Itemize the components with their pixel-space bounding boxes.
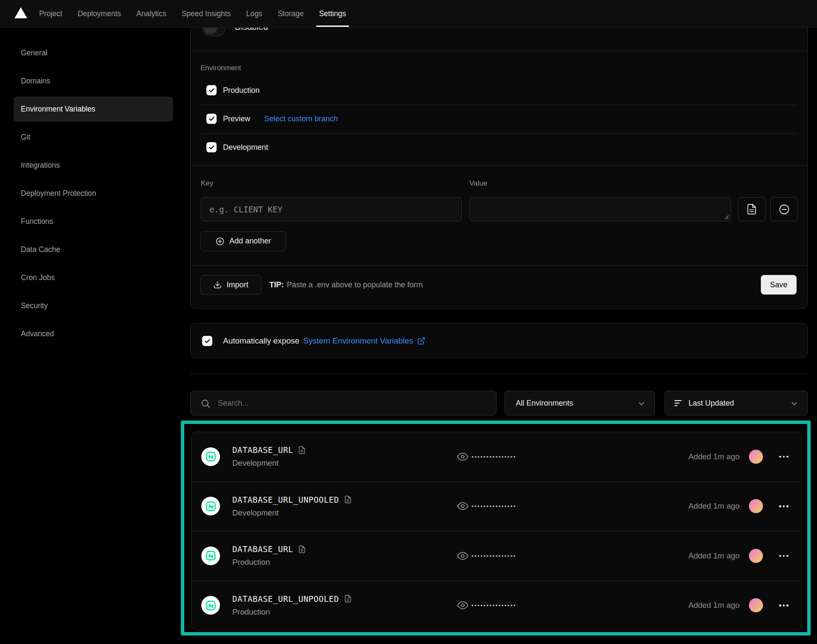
nav-tab-storage[interactable]: Storage <box>277 0 303 28</box>
import-label: Import <box>226 280 248 289</box>
import-tip: TIP: Paste a .env above to populate the … <box>269 275 423 295</box>
sidebar-item-data-cache[interactable]: Data Cache <box>14 237 173 262</box>
tip-label: TIP: <box>269 280 284 289</box>
env-var-row: DATABASE_URL Development •••••••••••••••… <box>191 432 802 481</box>
sidebar-item-security[interactable]: Security <box>14 293 173 318</box>
env-var-name: DATABASE_URL <box>232 544 293 554</box>
top-nav: Project Deployments Analytics Speed Insi… <box>0 0 817 28</box>
masked-value: ••••••••••••••• <box>471 503 517 509</box>
env-var-name-block: DATABASE_URL Production <box>232 531 306 581</box>
sidebar-item-functions[interactable]: Functions <box>14 209 173 234</box>
masked-value: ••••••••••••••• <box>471 552 517 559</box>
nav-tab-analytics[interactable]: Analytics <box>137 0 166 28</box>
sidebar-item-cron-jobs[interactable]: Cron Jobs <box>14 265 173 290</box>
sidebar-item-general[interactable]: General <box>14 40 173 66</box>
chevron-down-icon <box>790 399 799 408</box>
external-link-icon[interactable] <box>417 337 426 345</box>
key-label: Key <box>201 179 213 188</box>
reveal-value-eye-icon[interactable] <box>457 550 468 561</box>
development-label: Development <box>223 143 268 152</box>
env-var-row: DATABASE_URL_UNPOOLED Production •••••••… <box>191 581 802 630</box>
row-actions-menu-button[interactable] <box>776 599 792 612</box>
note-icon <box>344 595 352 603</box>
note-icon <box>344 495 352 504</box>
divider <box>191 165 807 166</box>
env-var-name: DATABASE_URL_UNPOOLED <box>232 495 339 504</box>
nav-tab-logs[interactable]: Logs <box>246 0 262 28</box>
auto-expose-label: Automatically expose <box>223 336 300 346</box>
nav-tab-project[interactable]: Project <box>39 0 62 28</box>
sort-filter-select[interactable]: Last Updated <box>665 391 808 415</box>
neon-integration-icon <box>201 596 220 615</box>
search-input[interactable] <box>218 391 486 415</box>
minus-circle-icon <box>778 203 790 215</box>
env-var-environment: Production <box>232 558 306 567</box>
reveal-value-eye-icon[interactable] <box>457 501 468 512</box>
env-var-environment: Production <box>232 607 352 617</box>
divider <box>191 265 807 266</box>
note-icon <box>298 446 306 454</box>
auto-expose-checkbox[interactable] <box>202 336 212 346</box>
reveal-value-eye-icon[interactable] <box>457 600 468 611</box>
check-icon <box>209 144 215 151</box>
add-another-button[interactable]: Add another <box>200 231 286 251</box>
env-var-row: DATABASE_URL Production ••••••••••••••• … <box>191 531 802 581</box>
remove-row-button[interactable] <box>770 197 798 221</box>
search-icon <box>200 398 211 409</box>
search-input-box[interactable] <box>190 391 497 415</box>
divider <box>201 133 797 134</box>
nav-tab-deployments[interactable]: Deployments <box>77 0 121 28</box>
save-button[interactable]: Save <box>761 275 797 295</box>
download-icon <box>213 280 222 289</box>
note-icon <box>298 545 306 553</box>
reveal-value-eye-icon[interactable] <box>457 451 468 462</box>
auto-expose-text: Automatically expose System Environment … <box>223 323 426 358</box>
sidebar-item-domains[interactable]: Domains <box>14 69 173 94</box>
added-timestamp: Added 1m ago <box>688 501 740 511</box>
row-actions-menu-button[interactable] <box>776 500 792 512</box>
sidebar-item-git[interactable]: Git <box>14 125 173 150</box>
import-button[interactable]: Import <box>200 275 261 295</box>
preview-label: Preview <box>223 114 250 123</box>
avatar <box>749 499 763 513</box>
sidebar-item-integrations[interactable]: Integrations <box>14 153 173 178</box>
settings-sidebar: General Domains Environment Variables Gi… <box>14 40 173 349</box>
env-var-table: DATABASE_URL Development •••••••••••••••… <box>191 432 802 630</box>
paste-env-file-button[interactable] <box>738 197 766 221</box>
preview-checkbox[interactable] <box>206 114 217 124</box>
row-actions-menu-button[interactable] <box>776 550 792 562</box>
teal-highlight-box: DATABASE_URL Development •••••••••••••••… <box>181 421 811 635</box>
page-canvas: Project Deployments Analytics Speed Insi… <box>0 0 817 644</box>
added-timestamp: Added 1m ago <box>688 601 740 610</box>
vercel-logo-icon[interactable] <box>14 7 27 18</box>
sidebar-item-deployment-protection[interactable]: Deployment Protection <box>14 181 173 206</box>
neon-integration-icon <box>201 497 220 515</box>
avatar <box>749 549 763 563</box>
row-actions-menu-button[interactable] <box>776 450 792 463</box>
avatar <box>749 598 763 613</box>
env-var-form-card: Disabled Environment Production Preview … <box>190 0 808 309</box>
sort-icon <box>674 400 683 406</box>
development-checkbox[interactable] <box>206 142 217 152</box>
production-checkbox[interactable] <box>206 85 217 95</box>
added-timestamp: Added 1m ago <box>688 452 740 461</box>
system-env-expose-card: Automatically expose System Environment … <box>190 323 808 358</box>
environment-filter-select[interactable]: All Environments <box>505 391 655 415</box>
added-timestamp: Added 1m ago <box>688 551 740 561</box>
sidebar-item-environment-variables[interactable]: Environment Variables <box>14 97 173 122</box>
key-input[interactable] <box>201 197 462 221</box>
environment-filter-value: All Environments <box>516 399 573 408</box>
tip-text: Paste a .env above to populate the form <box>287 280 423 289</box>
nav-tab-settings[interactable]: Settings <box>319 0 346 28</box>
sidebar-item-advanced[interactable]: Advanced <box>14 321 173 346</box>
resize-handle-icon[interactable] <box>723 214 729 219</box>
nav-tab-speed-insights[interactable]: Speed Insights <box>182 0 231 28</box>
check-icon <box>204 338 211 344</box>
sort-filter-value: Last Updated <box>688 399 734 408</box>
avatar <box>749 449 763 464</box>
select-custom-branch-link[interactable]: Select custom branch <box>264 114 338 123</box>
system-env-vars-link[interactable]: System Environment Variables <box>303 336 413 346</box>
production-label: Production <box>223 86 260 95</box>
neon-integration-icon <box>201 447 220 466</box>
value-input[interactable] <box>469 197 731 221</box>
